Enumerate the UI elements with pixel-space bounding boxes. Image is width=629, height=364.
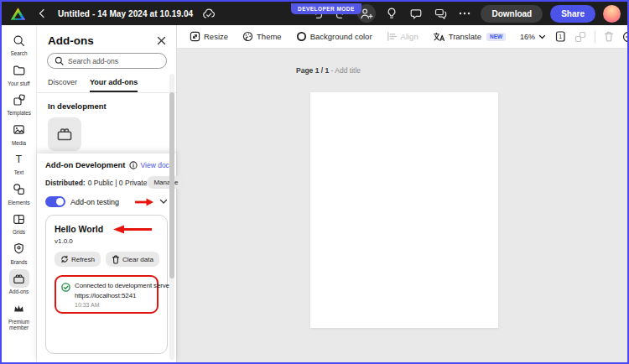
align-button: Align — [387, 31, 418, 42]
addon-testing-toggle[interactable] — [45, 196, 65, 207]
left-rail: Search Your stuff Templates Media — [2, 25, 37, 362]
toolbar-divider — [595, 31, 595, 43]
clear-data-button[interactable]: Clear data — [106, 252, 159, 267]
add-ons-icon — [9, 269, 29, 288]
dev-panel-title: Add-on Development — [45, 160, 126, 169]
avatar[interactable] — [603, 5, 621, 23]
status-time: 10:33 AM — [75, 302, 152, 308]
translate-icon — [433, 32, 445, 42]
sidebar-item-add-ons[interactable]: Add-ons — [2, 269, 36, 295]
reorder-pages-icon — [574, 31, 586, 43]
crown-icon — [9, 299, 29, 318]
share-button[interactable]: Share — [550, 5, 595, 23]
distributed-label: Distributed: — [45, 179, 86, 187]
status-url: https://localhost:5241 — [75, 292, 152, 299]
add-page-button[interactable]: Add — [622, 31, 629, 43]
panel-title: Add-ons — [48, 34, 94, 47]
back-chevron-icon[interactable] — [34, 5, 50, 22]
search-input[interactable] — [68, 57, 159, 65]
hello-world-addon-tile[interactable] — [48, 117, 81, 151]
addon-testing-label: Add-on testing — [70, 198, 119, 206]
annotation-arrow-right — [133, 198, 154, 206]
elements-icon — [9, 180, 29, 199]
panel-scrollbar-thumb[interactable] — [169, 92, 174, 278]
chevron-down-icon[interactable] — [159, 199, 168, 205]
svg-text:1: 1 — [559, 34, 562, 39]
addons-panel: Add-ons Discover Your add-ons In develop… — [37, 25, 177, 362]
delete-page-icon — [604, 31, 614, 42]
addon-version: v1.0.0 — [55, 237, 159, 245]
document-page[interactable] — [310, 92, 498, 328]
resize-icon — [190, 31, 200, 42]
sidebar-item-media[interactable]: Media — [2, 121, 36, 147]
more-options-icon[interactable] — [456, 5, 473, 22]
annotation-arrow-left — [112, 225, 153, 234]
adobe-express-logo[interactable] — [10, 7, 26, 21]
zoom-level: 16% — [520, 33, 535, 41]
check-circle-icon — [61, 283, 70, 292]
sidebar-item-templates[interactable]: Templates — [2, 91, 36, 117]
adobe-express-window: Untitled - 14 May 2024 at 10.19.04 — [0, 0, 629, 364]
grids-icon — [9, 210, 29, 228]
addon-name: Hello World — [55, 224, 103, 234]
distributed-value: 0 Public | 0 Private — [88, 179, 148, 187]
chevron-down-icon — [538, 34, 546, 39]
theme-button[interactable]: Theme — [242, 31, 282, 42]
brands-icon — [9, 240, 29, 258]
tab-your-add-ons[interactable]: Your add-ons — [90, 78, 138, 92]
zoom-control[interactable]: 16% — [520, 33, 546, 41]
add-title-field[interactable]: - Add title — [331, 66, 361, 75]
sidebar-item-elements[interactable]: Elements — [2, 180, 36, 206]
refresh-button[interactable]: Refresh — [55, 252, 101, 267]
add-circle-icon — [622, 31, 629, 43]
sidebar-item-text[interactable]: T Text — [2, 150, 36, 176]
comment-icon[interactable] — [408, 5, 424, 22]
new-badge: NEW — [486, 33, 506, 41]
close-icon[interactable] — [157, 36, 166, 45]
search-icon — [9, 31, 29, 49]
sidebar-item-premium-member[interactable]: Premium member — [2, 299, 36, 331]
document-title: Untitled - 14 May 2024 at 10.19.04 — [58, 9, 193, 18]
hello-world-dev-card: Hello World v1.0.0 Refresh — [45, 215, 168, 354]
in-development-section: In development Hello World — [37, 93, 176, 159]
sidebar-item-search[interactable]: Search — [2, 31, 36, 57]
addon-development-panel: Add-on Development View docs Distributed… — [37, 153, 176, 362]
trash-icon — [112, 255, 120, 264]
dev-server-status: Connected to development server https://… — [55, 275, 159, 314]
tab-discover[interactable]: Discover — [48, 78, 77, 92]
background-color-icon — [296, 31, 307, 42]
section-title: In development — [48, 101, 165, 111]
canvas-area[interactable]: Page 1 / 1 - Add title — [177, 49, 627, 362]
search-icon — [55, 56, 64, 65]
text-icon: T — [9, 150, 29, 169]
panel-tabs: Discover Your add-ons — [37, 69, 176, 93]
templates-icon — [9, 91, 29, 109]
manage-button[interactable]: Manage — [147, 176, 185, 189]
background-color-button[interactable]: Background color — [296, 31, 372, 42]
page-indicator-label: Page 1 / 1 — [296, 66, 329, 75]
ideas-lightbulb-icon[interactable] — [383, 5, 400, 22]
align-icon — [387, 31, 398, 42]
page-counter-icon[interactable]: 1 — [554, 30, 566, 43]
addons-search[interactable] — [47, 53, 167, 69]
editor-stage: Resize Theme Background color — [177, 25, 627, 362]
translate-button[interactable]: Translate NEW — [433, 32, 506, 42]
view-docs-link[interactable]: View docs — [141, 161, 174, 169]
refresh-icon — [60, 255, 69, 263]
info-icon[interactable] — [129, 161, 138, 169]
sidebar-item-your-stuff[interactable]: Your stuff — [2, 61, 36, 87]
sidebar-item-brands[interactable]: Brands — [2, 240, 36, 266]
cloud-save-icon[interactable] — [200, 5, 217, 22]
developer-mode-badge: DEVELOPER MODE — [291, 3, 361, 14]
theme-icon — [242, 31, 253, 42]
document-toolbar: Resize Theme Background color — [177, 25, 627, 49]
sidebar-item-grids[interactable]: Grids — [2, 210, 36, 236]
download-button[interactable]: Download — [481, 5, 543, 23]
resize-button[interactable]: Resize — [190, 31, 228, 42]
feedback-icon[interactable] — [432, 5, 449, 22]
media-icon — [9, 121, 29, 139]
status-message: Connected to development server — [75, 282, 152, 289]
folder-icon — [9, 61, 29, 80]
